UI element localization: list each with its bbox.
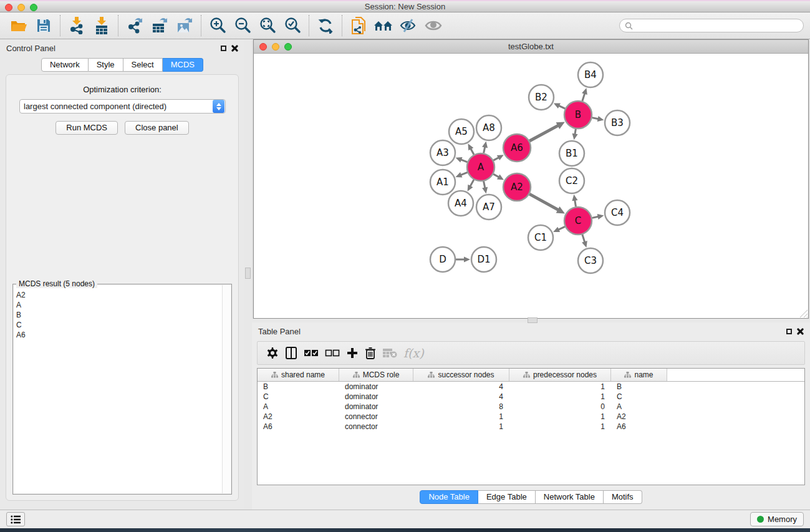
graph-edge[interactable] (484, 181, 485, 188)
table-cell[interactable]: 1 (509, 412, 611, 422)
divider-grip[interactable] (245, 268, 251, 279)
table-cell[interactable]: connector (339, 412, 413, 422)
criterion-dropdown[interactable]: largest connected component (directed) (19, 99, 226, 114)
graph-edge[interactable] (461, 160, 467, 162)
column-view-button[interactable] (285, 345, 297, 361)
graph-edge[interactable] (559, 105, 565, 109)
mcds-result-list[interactable]: A2ABCA6 (14, 285, 222, 493)
save-session-button[interactable] (31, 14, 56, 37)
run-mcds-button[interactable]: Run MCDS (55, 121, 118, 135)
import-table-button[interactable] (89, 14, 114, 37)
float-panel-icon[interactable] (786, 329, 792, 334)
horizontal-split-divider[interactable] (252, 319, 810, 322)
zoom-fit-button[interactable] (255, 14, 280, 37)
table-cell[interactable]: 1 (413, 412, 509, 422)
show-all-button[interactable] (421, 14, 446, 37)
table-cell[interactable]: dominator (339, 392, 413, 402)
graph-edge[interactable] (484, 147, 485, 153)
memory-button[interactable]: Memory (750, 512, 804, 526)
graph-edge[interactable] (493, 158, 499, 161)
open-file-button[interactable] (6, 14, 31, 37)
network-window-titlebar[interactable]: testGlobe.txt (254, 40, 808, 54)
graph-edge[interactable] (529, 125, 558, 141)
table-row[interactable]: A6connector11A6 (258, 422, 804, 432)
graph-edge[interactable] (471, 148, 474, 155)
table-options-button[interactable] (265, 345, 279, 361)
graph-edge[interactable] (582, 235, 585, 242)
graph-edge[interactable] (592, 216, 599, 218)
search-input[interactable] (636, 21, 798, 30)
select-all-columns-button[interactable] (304, 345, 319, 361)
task-history-button[interactable] (6, 512, 25, 526)
table-cell[interactable]: C (258, 392, 339, 402)
tab-mcds[interactable]: MCDS (163, 58, 203, 72)
zoom-out-button[interactable] (230, 14, 255, 37)
zoom-selected-button[interactable] (280, 14, 305, 37)
result-item[interactable]: A6 (16, 330, 219, 340)
tab-network[interactable]: Network (41, 58, 89, 72)
table-cell[interactable]: 1 (509, 382, 611, 392)
result-item[interactable]: B (16, 310, 219, 320)
close-panel-icon[interactable] (797, 328, 804, 335)
search-field[interactable] (619, 19, 804, 32)
table-cell[interactable]: connector (339, 422, 413, 432)
function-builder-button[interactable]: f(x) (403, 345, 424, 361)
result-item[interactable]: A2 (16, 290, 219, 300)
table-cell[interactable]: A2 (611, 412, 667, 422)
graph-edge[interactable] (575, 200, 576, 207)
graph-edge[interactable] (575, 129, 576, 135)
table-cell[interactable]: B (258, 382, 339, 392)
export-network-button[interactable] (122, 14, 147, 37)
table-cell[interactable]: 1 (509, 392, 611, 402)
table-cell[interactable]: A (258, 402, 339, 412)
table-row[interactable]: Bdominator41B (258, 382, 804, 392)
hide-selected-button[interactable] (396, 14, 421, 37)
new-network-from-selection-button[interactable] (346, 14, 371, 37)
float-panel-icon[interactable] (221, 46, 226, 51)
column-header-successor-nodes[interactable]: successor nodes (413, 369, 509, 381)
delete-column-button[interactable] (365, 345, 376, 361)
table-cell[interactable]: A6 (611, 422, 667, 432)
table-cell[interactable]: A6 (258, 422, 339, 432)
tab-select[interactable]: Select (123, 58, 163, 72)
result-item[interactable]: C (16, 320, 219, 330)
table-cell[interactable]: 8 (413, 402, 509, 412)
tab-style[interactable]: Style (89, 58, 123, 72)
table-cell[interactable]: C (611, 392, 667, 402)
divider-grip[interactable] (528, 317, 538, 323)
tab-motifs[interactable]: Motifs (604, 490, 642, 504)
column-header-name[interactable]: name (611, 369, 667, 381)
result-item[interactable]: A (16, 300, 219, 310)
vertical-split-divider[interactable] (244, 39, 252, 510)
add-column-button[interactable] (346, 345, 359, 361)
table-cell[interactable]: dominator (339, 402, 413, 412)
close-panel-icon[interactable] (231, 45, 238, 52)
zoom-in-button[interactable] (205, 14, 230, 37)
table-cell[interactable]: 4 (413, 382, 509, 392)
close-panel-button[interactable]: Close panel (125, 121, 189, 135)
tab-edge-table[interactable]: Edge Table (478, 490, 536, 504)
first-neighbors-button[interactable] (371, 14, 396, 37)
unselect-all-columns-button[interactable] (325, 345, 340, 361)
export-table-button[interactable] (147, 14, 172, 37)
graph-edge[interactable] (461, 172, 468, 175)
graph-edge[interactable] (582, 94, 585, 101)
graph-edge[interactable] (558, 226, 565, 230)
tab-node-table[interactable]: Node Table (420, 490, 478, 504)
network-canvas[interactable]: B4B2BB3A5A8A6A3B1AA1C2A2A4A7CC4C1C3DD1 (254, 54, 808, 318)
graph-edge[interactable] (493, 174, 499, 177)
delete-table-button[interactable] (382, 345, 397, 361)
graph-edge[interactable] (592, 118, 599, 119)
graph-edge[interactable] (470, 180, 474, 186)
table-cell[interactable]: dominator (339, 382, 413, 392)
table-cell[interactable]: 1 (509, 422, 611, 432)
table-cell[interactable]: A2 (258, 412, 339, 422)
result-scrollbar[interactable] (222, 285, 231, 493)
table-cell[interactable]: B (611, 382, 667, 392)
table-cell[interactable]: A (611, 402, 667, 412)
table-row[interactable]: Adominator80A (258, 402, 804, 412)
table-cell[interactable]: 4 (413, 392, 509, 402)
export-image-button[interactable] (172, 14, 197, 37)
import-network-button[interactable] (64, 14, 89, 37)
graph-edge[interactable] (529, 194, 558, 210)
